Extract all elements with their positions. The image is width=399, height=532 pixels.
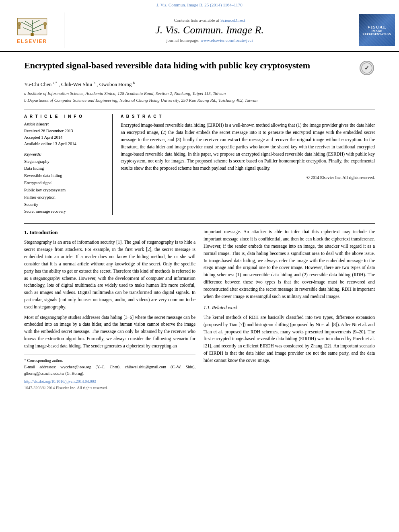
journal-citation-bar: J. Vis. Commun. Image R. 25 (2014) 1164–… (0, 0, 399, 9)
article-title: Encrypted signal-based reversible data h… (24, 60, 310, 72)
keyword-6: Paillier encryption (24, 194, 107, 201)
abstract-text: Encrypted image-based reversible data hi… (121, 122, 375, 172)
representation-text: REPRESENTATION (363, 33, 391, 36)
crossmark-icon: ✓ (360, 61, 374, 75)
keyword-3: Reversible data hiding (24, 172, 107, 179)
article-info-col: A R T I C L E I N F O Article history: R… (24, 114, 113, 215)
accepted-date: Accepted 1 April 2014 (24, 134, 107, 141)
svg-text:✓: ✓ (364, 65, 369, 71)
doi-link[interactable]: http://dx.doi.org/10.1016/j.jvcir.2014.0… (24, 379, 96, 384)
keywords-label: Keywords: (24, 152, 107, 156)
journal-citation-text: J. Vis. Commun. Image R. 25 (2014) 1164–… (156, 2, 243, 7)
keyword-5: Public key cryptosystem (24, 187, 107, 194)
intro-paragraph-2: Most of steganography studies addresses … (24, 314, 195, 350)
visual-text: VISUAL (367, 25, 387, 29)
crossmark-area: ✓ (359, 60, 375, 76)
elsevier-label: ELSEVIER (17, 39, 47, 44)
keyword-4: Encrypted signal (24, 179, 107, 187)
abstract-col: A B S T R A C T Encrypted image-based re… (121, 114, 375, 215)
svg-rect-11 (18, 25, 20, 29)
homepage-link[interactable]: www.elsevier.com/locate/jvci (200, 38, 253, 43)
body-two-col: 1. Introduction Steganography is an area… (24, 228, 375, 392)
homepage-label-text: journal homepage: (167, 38, 201, 43)
available-date: Available online 13 April 2014 (24, 141, 107, 147)
svg-point-10 (43, 22, 47, 25)
keyword-8: Secret message recovery (24, 208, 107, 215)
image-text: IMAGE (372, 29, 383, 33)
article-info-abstract-area: A R T I C L E I N F O Article history: R… (24, 109, 375, 215)
affiliation-b: b Department of Computer Science and Eng… (24, 97, 375, 104)
elsevier-tree-icon (12, 16, 52, 39)
abstract-copyright: © 2014 Elsevier Inc. All rights reserved… (121, 175, 375, 180)
affiliations: a Institute of Information Science, Acad… (24, 90, 375, 103)
issn-text: 1047-3203/© 2014 Elsevier Inc. All right… (24, 386, 108, 390)
right-paragraph-1: important message. An attacker is able t… (204, 228, 375, 300)
authors-line: Yu-Chi Chen a,* , Chih-Wei Shiu b , Gwob… (24, 81, 375, 88)
body-divider (24, 223, 375, 224)
crossmark-svg: ✓ (361, 62, 372, 74)
svg-rect-12 (44, 25, 46, 29)
contents-available-text: Contents lists available at (174, 18, 220, 23)
journal-header: ELSEVIER Contents lists available at Sci… (0, 9, 399, 52)
keyword-7: Security (24, 201, 107, 208)
keyword-1: Steganography (24, 158, 107, 165)
keyword-2: Data hiding (24, 165, 107, 172)
keywords-section: Keywords: Steganography Data hiding Reve… (24, 152, 107, 216)
paper-content: Encrypted signal-based reversible data h… (0, 52, 399, 401)
svg-point-9 (17, 22, 21, 25)
corresponding-author-note: * Corresponding author. (24, 357, 195, 364)
intro-paragraph-1: Steganography is an area of information … (24, 239, 195, 310)
article-info-heading: A R T I C L E I N F O (24, 114, 107, 119)
author-3-sup: b (133, 81, 135, 85)
body-right-col: important message. An attacker is able t… (204, 228, 375, 392)
article-history-label: Article history: (24, 122, 107, 126)
email-note: E-mail addresses: wycchen@ieee.org (Y.-C… (24, 364, 195, 377)
abstract-heading: A B S T R A C T (121, 114, 375, 119)
affiliation-a: a Institute of Information Science, Acad… (24, 90, 375, 97)
author-3-name: Gwoboa Horng (99, 81, 133, 87)
related-work-em: 1.1. Related work (204, 305, 238, 310)
visual-image-area: VISUAL IMAGE REPRESENTATION (355, 12, 399, 48)
bottom-bar: http://dx.doi.org/10.1016/j.jvcir.2014.0… (24, 377, 195, 393)
sciencedirect-line: Contents lists available at ScienceDirec… (174, 18, 245, 23)
body-left-col: 1. Introduction Steganography is an area… (24, 228, 195, 392)
svg-rect-8 (31, 33, 33, 36)
author-1-sup: a,* (53, 81, 58, 85)
intro-title-text: 1. Introduction (24, 229, 58, 235)
received-date: Received 26 December 2013 (24, 128, 107, 134)
elsevier-logo-area: ELSEVIER (0, 12, 64, 48)
journal-homepage: journal homepage: www.elsevier.com/locat… (167, 38, 253, 43)
intro-section-title: 1. Introduction (24, 228, 195, 236)
author-2-sup: b (94, 81, 96, 85)
right-paragraph-2: The kernel methods of RDH are basically … (204, 314, 375, 364)
sciencedirect-link[interactable]: ScienceDirect (220, 18, 245, 23)
author-1-name: Yu-Chi Chen (24, 81, 53, 87)
article-title-area: Encrypted signal-based reversible data h… (24, 60, 375, 76)
journal-title-area: Contents lists available at ScienceDirec… (64, 12, 355, 48)
visual-image-box: VISUAL IMAGE REPRESENTATION (359, 14, 395, 46)
journal-title: J. Vis. Commun. Image R. (155, 24, 264, 36)
footnote-area: * Corresponding author. E-mail addresses… (24, 355, 195, 393)
related-work-title: 1.1. Related work (204, 304, 375, 312)
author-2-name: Chih-Wei Shiu (61, 81, 94, 87)
